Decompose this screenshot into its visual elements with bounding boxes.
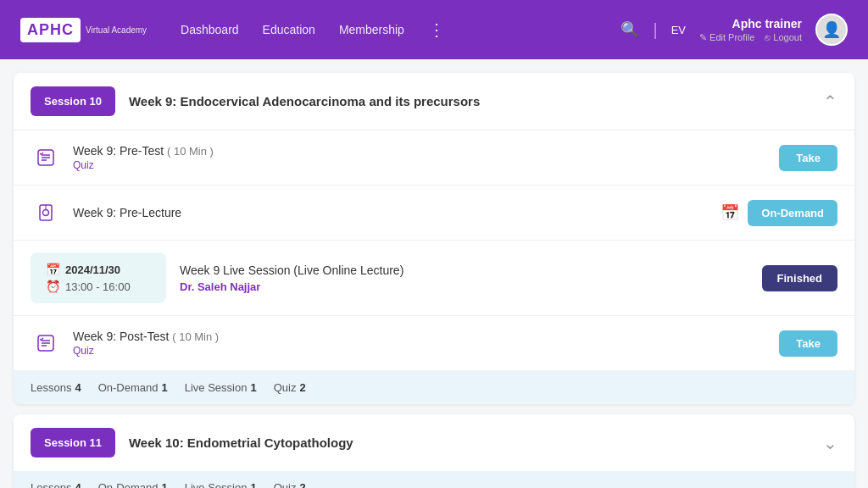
stat-s11-quiz-label: Quiz bbox=[274, 481, 297, 488]
session-10-header: Session 10 Week 9: Endocervical Adenocar… bbox=[14, 73, 854, 130]
session-11-title: Week 10: Endometrial Cytopathology bbox=[129, 435, 823, 450]
main-content: Session 10 Week 9: Endocervical Adenocar… bbox=[0, 59, 868, 488]
main-nav: Dashboard Education Membership ⋮ bbox=[181, 19, 620, 40]
nav-more-icon[interactable]: ⋮ bbox=[428, 19, 445, 40]
stat-lessons-label: Lessons bbox=[31, 381, 71, 394]
session-11-badge: Session 11 bbox=[31, 428, 115, 458]
posttest-duration: ( 10 Min ) bbox=[172, 330, 219, 343]
stat-quiz: Quiz 2 bbox=[274, 381, 306, 394]
live-session-date: 📅 2024/11/30 bbox=[46, 263, 151, 276]
session-11-expand-button[interactable]: ⌄ bbox=[823, 433, 837, 453]
stat-s11-livesession-label: Live Session bbox=[185, 481, 248, 488]
posttest-checklist-icon bbox=[31, 328, 61, 358]
posttest-row: Week 9: Post-Test ( 10 Min ) Quiz Take bbox=[14, 316, 854, 371]
logo-subtitle: Virtual Academy bbox=[86, 25, 147, 35]
document-icon bbox=[31, 197, 61, 228]
stat-s11-livesession: Live Session 1 bbox=[185, 481, 257, 488]
session-10-collapse-button[interactable]: ⌃ bbox=[823, 92, 837, 112]
session-10-stats: Lessons 4 On-Demand 1 Live Session 1 Qui… bbox=[14, 371, 854, 404]
session-10-title: Week 9: Endocervical Adenocarcinoma and … bbox=[129, 94, 823, 108]
stat-quiz-label: Quiz bbox=[274, 381, 297, 394]
pretest-info: Week 9: Pre-Test ( 10 Min ) Quiz bbox=[73, 144, 779, 171]
logo-area: APHC Virtual Academy bbox=[20, 18, 147, 42]
stat-s11-lessons: Lessons 4 bbox=[31, 481, 81, 488]
prelecture-title: Week 9: Pre-Lecture bbox=[73, 206, 721, 219]
stat-quiz-value: 2 bbox=[299, 381, 305, 394]
calendar-icon: 📅 bbox=[46, 263, 60, 276]
divider: | bbox=[653, 20, 657, 40]
live-session-doctor: Dr. Saleh Najjar bbox=[180, 280, 762, 293]
stat-livesession-value: 1 bbox=[250, 381, 256, 394]
stat-s11-ondemand-value: 1 bbox=[161, 481, 167, 488]
language-selector[interactable]: EV bbox=[671, 24, 686, 36]
stat-s11-quiz: Quiz 2 bbox=[274, 481, 306, 488]
posttest-sub: Quiz bbox=[73, 345, 779, 357]
stat-ondemand-value: 1 bbox=[161, 381, 167, 394]
prelecture-info: Week 9: Pre-Lecture bbox=[73, 206, 721, 219]
livesession-finished-button[interactable]: Finished bbox=[762, 265, 837, 291]
session-10-badge: Session 10 bbox=[31, 86, 115, 116]
stat-s11-ondemand-label: On-Demand bbox=[98, 481, 159, 488]
main-header: APHC Virtual Academy Dashboard Education… bbox=[0, 0, 868, 59]
user-name: Aphc trainer bbox=[699, 17, 802, 30]
stat-lessons-value: 4 bbox=[75, 381, 81, 394]
pretest-row: Week 9: Pre-Test ( 10 Min ) Quiz Take bbox=[14, 130, 854, 186]
stat-s11-lessons-value: 4 bbox=[75, 481, 81, 488]
logout-link[interactable]: ⎋ Logout bbox=[765, 32, 802, 43]
posttest-title: Week 9: Post-Test ( 10 Min ) bbox=[73, 330, 779, 343]
session-11-block: Session 11 Week 10: Endometrial Cytopath… bbox=[14, 414, 854, 488]
live-session-time: ⏰ 13:00 - 16:00 bbox=[46, 280, 151, 293]
stat-ondemand-label: On-Demand bbox=[98, 381, 159, 394]
stat-s11-ondemand: On-Demand 1 bbox=[98, 481, 168, 488]
search-icon[interactable]: 🔍 bbox=[620, 20, 639, 39]
stat-s11-livesession-value: 1 bbox=[250, 481, 256, 488]
pretest-take-button[interactable]: Take bbox=[779, 145, 837, 171]
session-11-stats: Lessons 4 On-Demand 1 Live Session 1 Qui… bbox=[14, 471, 854, 488]
calendar-grid-icon: 📅 bbox=[721, 203, 739, 222]
stat-s11-lessons-label: Lessons bbox=[31, 481, 71, 488]
live-session-title: Week 9 Live Session (Live Online Lecture… bbox=[180, 263, 762, 277]
live-session-card: 📅 2024/11/30 ⏰ 13:00 - 16:00 bbox=[31, 252, 166, 303]
pretest-title: Week 9: Pre-Test ( 10 Min ) bbox=[73, 144, 779, 158]
posttest-take-button[interactable]: Take bbox=[779, 330, 837, 357]
pretest-duration: ( 10 Min ) bbox=[167, 145, 214, 158]
stat-s11-quiz-value: 2 bbox=[299, 481, 305, 488]
prelecture-row: Week 9: Pre-Lecture 📅 On-Demand bbox=[14, 186, 854, 241]
stat-livesession-label: Live Session bbox=[185, 381, 248, 394]
livesession-row: 📅 2024/11/30 ⏰ 13:00 - 16:00 Week 9 Live… bbox=[14, 241, 854, 316]
live-session-info: Week 9 Live Session (Live Online Lecture… bbox=[180, 263, 762, 293]
stat-ondemand: On-Demand 1 bbox=[98, 381, 168, 394]
nav-dashboard[interactable]: Dashboard bbox=[181, 23, 239, 36]
prelecture-ondemand-button[interactable]: On-Demand bbox=[748, 200, 837, 226]
checklist-icon bbox=[31, 142, 61, 173]
session-10-block: Session 10 Week 9: Endocervical Adenocar… bbox=[14, 73, 854, 404]
posttest-info: Week 9: Post-Test ( 10 Min ) Quiz bbox=[73, 330, 779, 357]
nav-membership[interactable]: Membership bbox=[339, 23, 404, 36]
user-info: Aphc trainer ✎ Edit Profile ⎋ Logout bbox=[699, 17, 802, 43]
avatar: 👤 bbox=[815, 14, 848, 46]
header-right: 🔍 | EV Aphc trainer ✎ Edit Profile ⎋ Log… bbox=[620, 14, 848, 46]
pretest-sub: Quiz bbox=[73, 159, 779, 171]
edit-profile-link[interactable]: ✎ Edit Profile bbox=[699, 32, 754, 43]
clock-icon: ⏰ bbox=[46, 280, 60, 293]
svg-point-5 bbox=[43, 210, 49, 216]
stat-livesession: Live Session 1 bbox=[185, 381, 257, 394]
logo-text: APHC bbox=[20, 18, 81, 42]
nav-education[interactable]: Education bbox=[263, 23, 315, 36]
stat-lessons: Lessons 4 bbox=[31, 381, 81, 394]
session-11-header: Session 11 Week 10: Endometrial Cytopath… bbox=[14, 414, 854, 471]
